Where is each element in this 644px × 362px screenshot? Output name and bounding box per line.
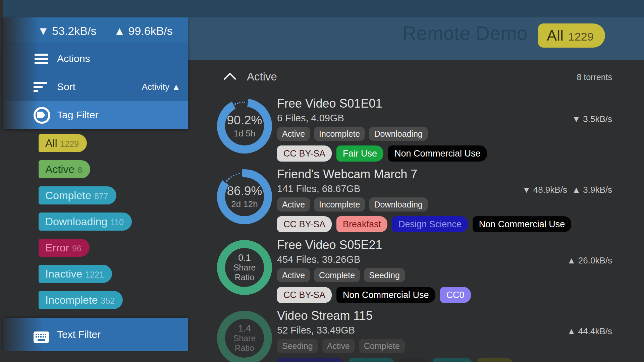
- status-chip-active: Active: [277, 127, 310, 141]
- ratio-value: 0.1: [238, 253, 251, 263]
- tag-chip-incomplete[interactable]: Incomplete352: [39, 291, 123, 309]
- status-chip-downloading: Downloading: [369, 127, 428, 141]
- status-chip-incomplete: Incomplete: [314, 197, 365, 212]
- progress-remainder-dot: [228, 178, 230, 180]
- status-chip-active: Active: [277, 268, 310, 282]
- ratio-label-line: Share: [233, 334, 256, 343]
- status-chip-seeding: Seeding: [277, 339, 318, 353]
- status-chip-complete: Complete: [359, 339, 405, 353]
- tag-label: Active: [45, 163, 74, 176]
- status-chip-active: Active: [277, 197, 310, 212]
- label-chip[interactable]: CC0: [440, 287, 471, 303]
- tag-count: 352: [101, 295, 115, 306]
- status-chip-row: ActiveIncompleteDownloading: [277, 127, 428, 141]
- status-chip-active: Active: [322, 339, 355, 353]
- progress-percent: 86.9%: [227, 184, 262, 198]
- label-chip[interactable]: CC BY-SA: [277, 216, 332, 232]
- status-chip-complete: Complete: [314, 268, 360, 282]
- ratio-label-line: Share: [233, 263, 256, 273]
- ratio-value: 1.4: [238, 324, 251, 334]
- label-chip[interactable]: CC BY-SA: [277, 145, 332, 162]
- tag-label: Inactive: [45, 268, 82, 280]
- label-chip-partial: Design Science: [277, 358, 344, 362]
- label-chip[interactable]: Design Science: [392, 216, 468, 232]
- upload-speed: ▲ 99.6kB/s: [114, 24, 172, 38]
- tag-label: Complete: [45, 189, 91, 202]
- menu-item-actions[interactable]: Actions: [3, 45, 188, 73]
- torrent-title: Free Video S01E01: [277, 97, 382, 111]
- tag-chip-active[interactable]: Active8: [39, 160, 90, 178]
- ratio-label-line: Ratio: [235, 343, 254, 353]
- sidebar-menu: Actions Sort Activity ▲ Tag Filter: [3, 45, 188, 129]
- torrent-speed: ▼ 48.9kB/s ▲ 3.9kB/s: [522, 185, 612, 195]
- status-chip-row: ActiveCompleteSeeding: [277, 268, 405, 282]
- section-torrent-count: 8 torrents: [577, 72, 612, 82]
- torrent-details: 52 Files, 33.49GB: [277, 325, 355, 336]
- tag-chip-downloading[interactable]: Downloading110: [39, 213, 132, 231]
- progress-remainder-dot: [233, 175, 234, 176]
- status-chip-downloading: Downloading: [369, 197, 428, 212]
- ratio-label-line: Ratio: [235, 273, 254, 282]
- hamburger-icon: [34, 51, 50, 67]
- collapse-section-icon[interactable]: [223, 72, 236, 85]
- progress-ring: 90.2%1d 5h: [217, 99, 272, 154]
- menu-item-sort[interactable]: Sort Activity ▲: [3, 73, 188, 101]
- tag-label: Incomplete: [45, 294, 98, 306]
- tag-count: 877: [94, 190, 108, 201]
- label-chip-partial: [433, 358, 473, 362]
- torrent-title: Video Stream 115: [277, 309, 373, 323]
- label-chip-partial: [477, 358, 513, 362]
- tag-count: 1229: [60, 138, 79, 149]
- keyboard-icon: [34, 331, 49, 343]
- tag-count: 110: [110, 216, 124, 227]
- progress-remainder-dot: [234, 103, 236, 105]
- ring-center: 90.2%1d 5h: [225, 107, 264, 145]
- progress-remainder-dot: [226, 180, 228, 182]
- progress-remainder-dot: [244, 102, 245, 103]
- label-chip[interactable]: Non Commercial Use: [336, 287, 435, 303]
- section-title: Active: [247, 70, 277, 83]
- menu-item-text-filter[interactable]: Text Filter: [3, 318, 188, 351]
- label-chip[interactable]: Breakfast: [336, 216, 387, 232]
- torrent-speed: ▲ 26.0kB/s: [567, 255, 612, 266]
- tag-icon: [34, 107, 50, 123]
- menu-item-label: Actions: [57, 53, 90, 64]
- torrent-speed: ▼ 3.5kB/s: [572, 114, 612, 124]
- sort-current-value: Activity ▲: [142, 82, 180, 92]
- label-chip-row: CC BY-SAFair UseNon Commercial Use: [277, 145, 487, 162]
- download-speed: ▼ 53.2kB/s: [38, 24, 96, 38]
- status-chip-row: ActiveIncompleteDownloading: [277, 197, 428, 212]
- progress-ring: 86.9%2d 12h: [217, 169, 272, 224]
- tag-count: 1221: [85, 268, 104, 280]
- torrent-details: 6 Files, 4.09GB: [277, 113, 344, 124]
- menu-item-label: Text Filter: [57, 329, 101, 340]
- menu-item-label: Tag Filter: [57, 109, 98, 121]
- status-chip-row: SeedingActiveComplete: [277, 339, 405, 353]
- status-chip-seeding: Seeding: [364, 268, 405, 282]
- tag-chip-error[interactable]: Error96: [39, 239, 90, 257]
- label-chip[interactable]: Fair Use: [336, 145, 383, 162]
- label-chip-partial: [349, 358, 395, 362]
- progress-remainder-dot: [238, 173, 240, 174]
- progress-remainder-dot: [237, 103, 238, 104]
- status-chip-incomplete: Incomplete: [314, 127, 365, 141]
- sort-icon: [34, 79, 50, 95]
- share-ratio-ring: 0.1ShareRatio: [217, 240, 272, 295]
- eta-text: 1d 5h: [233, 128, 255, 139]
- tag-chip-complete[interactable]: Complete877: [39, 186, 116, 204]
- tag-count: 96: [72, 242, 82, 253]
- label-chip[interactable]: Non Commercial Use: [388, 145, 487, 162]
- menu-item-tag-filter[interactable]: Tag Filter: [3, 101, 188, 129]
- torrent-details: 141 Files, 68.67GB: [277, 183, 360, 194]
- tag-chip-inactive[interactable]: Inactive1221: [39, 265, 112, 283]
- app-screen: Remote Demo All 1229 Active 8 torrents 9…: [0, 0, 644, 362]
- label-chip-row: CC BY-SABreakfastDesign ScienceNon Comme…: [277, 216, 571, 232]
- label-chip-row: CC BY-SANon Commercial UseCC0: [277, 287, 471, 303]
- tag-chip-all[interactable]: All1229: [39, 134, 87, 152]
- label-chip[interactable]: CC BY-SA: [277, 287, 332, 303]
- label-chip[interactable]: Non Commercial Use: [473, 216, 572, 232]
- progress-remainder-dot: [236, 174, 237, 175]
- torrent-speed: ▲ 44.4kB/s: [567, 326, 612, 337]
- tag-label: Downloading: [45, 216, 107, 228]
- tag-count: 8: [77, 164, 82, 175]
